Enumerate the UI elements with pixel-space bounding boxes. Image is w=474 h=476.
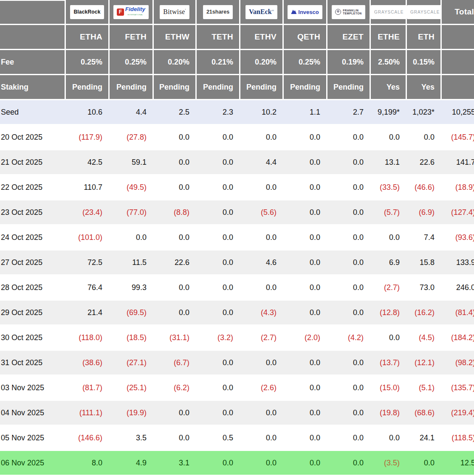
value-cell: (13.7) [371, 351, 407, 376]
seed-row: Seed10.64.42.52.310.21.12.79,199*1,023*1… [0, 100, 474, 125]
date-cell: 24 Oct 2025 [0, 225, 66, 251]
invesco-logo: Invesco [288, 5, 322, 19]
staking-qeth: Pending [284, 75, 327, 100]
value-cell: 2.7 [327, 100, 371, 125]
date-cell: 30 Oct 2025 [0, 326, 66, 351]
value-cell: 0.0 [197, 175, 240, 200]
value-cell: (4.3) [240, 301, 284, 326]
bitwise-logo: Bitwise' [160, 5, 189, 19]
value-cell: 0.0 [407, 125, 442, 150]
value-cell: 0.0 [284, 251, 327, 276]
value-cell: (3.2) [197, 326, 240, 351]
value-cell: 10.2 [240, 100, 284, 125]
value-cell: 0.0 [284, 200, 327, 225]
ticker-header-row: ETHAFETHETHWTETHETHVQETHEZETETHEETH [0, 25, 474, 50]
flow-row: 28 Oct 202576.499.30.00.00.00.00.0(2.7)7… [0, 276, 474, 301]
value-cell: 0.0 [327, 426, 371, 451]
value-cell: 0.0 [327, 351, 371, 376]
value-cell: (135.7) [442, 376, 474, 401]
value-cell: (18.9) [442, 175, 474, 200]
value-cell: 9,199* [371, 100, 407, 125]
value-cell: 0.0 [197, 225, 240, 251]
value-cell: (23.4) [66, 200, 110, 225]
value-cell: (4.5) [407, 326, 442, 351]
value-cell: 72.5 [66, 251, 110, 276]
value-cell: 0.0 [327, 200, 371, 225]
value-cell: 0.0 [110, 225, 154, 251]
value-cell: 7.4 [407, 225, 442, 251]
value-cell: 0.0 [240, 401, 284, 426]
logo-header-row: BlackRockFFidelityINTERNATIONALBitwise'2… [0, 0, 474, 25]
value-cell: 0.0 [197, 376, 240, 401]
value-cell: 0.0 [284, 451, 327, 476]
value-cell: (2.6) [240, 376, 284, 401]
value-cell: 0.0 [240, 276, 284, 301]
staking-teth: Pending [197, 75, 240, 100]
value-cell: 12.5 [442, 451, 474, 476]
flow-row: 30 Oct 2025(118.0)(18.5)(31.1)(3.2)(2.7)… [0, 326, 474, 351]
value-cell: (118.0) [66, 326, 110, 351]
value-cell: (2.7) [240, 326, 284, 351]
value-cell: 0.0 [284, 175, 327, 200]
value-cell: (93.6) [442, 225, 474, 251]
ticker-ezet: EZET [327, 25, 371, 50]
grayscale-logo: Grayscale [371, 5, 407, 19]
value-cell: (145.7) [442, 125, 474, 150]
date-cell: 31 Oct 2025 [0, 351, 66, 376]
flow-row: 21 Oct 202542.559.10.00.04.40.00.013.122… [0, 150, 474, 175]
value-cell: (98.2) [442, 351, 474, 376]
value-cell: 0.0 [154, 401, 197, 426]
staking-row: StakingPendingPendingPendingPendingPendi… [0, 75, 474, 100]
value-cell: 0.0 [197, 301, 240, 326]
value-cell: 0.0 [284, 426, 327, 451]
value-cell: 0.0 [327, 451, 371, 476]
fee-qeth: 0.25% [284, 50, 327, 75]
value-cell: (77.0) [110, 200, 154, 225]
value-cell: 1.1 [284, 100, 327, 125]
21shares-logo-cell: 21shares [197, 0, 240, 25]
value-cell: 21.4 [66, 301, 110, 326]
value-cell: 0.0 [154, 150, 197, 175]
date-cell: 03 Nov 2025 [0, 376, 66, 401]
bitwise-logo-cell: Bitwise' [154, 0, 197, 25]
value-cell: 141.7 [442, 150, 474, 175]
value-cell: 0.0 [327, 251, 371, 276]
value-cell: (5.1) [407, 376, 442, 401]
value-cell: (68.6) [407, 401, 442, 426]
value-cell: 0.0 [240, 451, 284, 476]
value-cell: 0.0 [154, 175, 197, 200]
value-cell: 0.0 [327, 401, 371, 426]
value-cell: 0.0 [327, 301, 371, 326]
value-cell: 22.6 [154, 251, 197, 276]
total-staking-cell [442, 75, 474, 100]
value-cell: 0.0 [154, 426, 197, 451]
value-cell: 0.0 [154, 225, 197, 251]
value-cell: 0.0 [197, 150, 240, 175]
21shares-logo: 21shares [203, 5, 233, 19]
value-cell: 4.4 [240, 150, 284, 175]
value-cell: 10.6 [66, 100, 110, 125]
value-cell: 0.0 [240, 225, 284, 251]
value-cell: 8.0 [66, 451, 110, 476]
value-cell: (19.8) [371, 401, 407, 426]
value-cell: 0.0 [284, 225, 327, 251]
value-cell: (27.8) [110, 125, 154, 150]
blackrock-logo-cell: BlackRock [66, 0, 110, 25]
fee-teth: 0.21% [197, 50, 240, 75]
franklin-templeton-logo: FRANKLINTEMPLETON [332, 5, 365, 19]
value-cell: 22.6 [407, 150, 442, 175]
value-cell: 3.1 [154, 451, 197, 476]
flow-row: 27 Oct 202572.511.522.60.04.60.00.06.915… [0, 251, 474, 276]
value-cell: 0.0 [240, 175, 284, 200]
ticker-teth: TETH [197, 25, 240, 50]
date-cell: 05 Nov 2025 [0, 426, 66, 451]
value-cell: (81.4) [442, 301, 474, 326]
value-cell: 0.0 [154, 276, 197, 301]
date-cell: 22 Oct 2025 [0, 175, 66, 200]
value-cell: 0.0 [327, 225, 371, 251]
value-cell: (4.2) [327, 326, 371, 351]
value-cell: 110.7 [66, 175, 110, 200]
value-cell: 4.6 [240, 251, 284, 276]
grayscale-logo-cell: Grayscale [371, 0, 407, 25]
value-cell: 0.0 [240, 426, 284, 451]
